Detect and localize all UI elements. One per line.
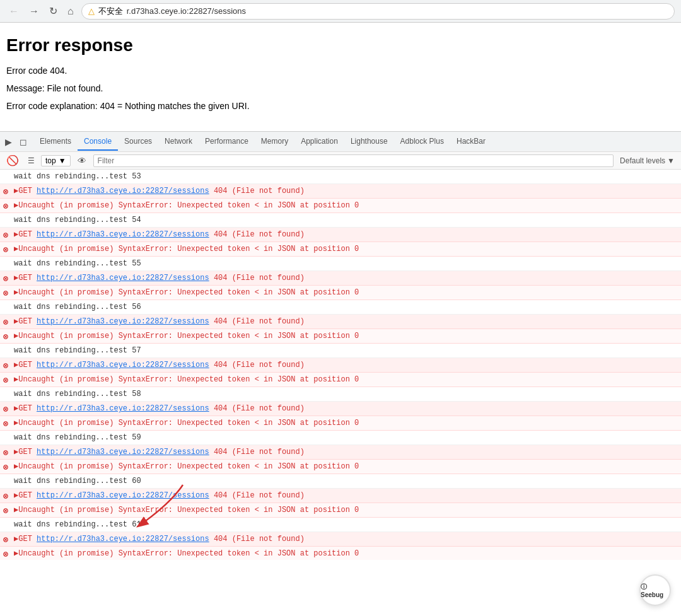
devtools-panel: ▶ ◻ Elements Console Sources Network Per…: [0, 131, 681, 560]
error-uncaught-text: ▶Uncaught (in promise) SyntaxError: Unex…: [14, 201, 359, 210]
console-line: wait dns rebinding...test 53: [0, 170, 681, 184]
console-line: ⊗▶GET http://r.d73ha3.ceye.io:22827/sess…: [0, 271, 681, 286]
tab-network[interactable]: Network: [158, 133, 199, 151]
error-uncaught-text: ▶Uncaught (in promise) SyntaxError: Unex…: [14, 506, 359, 514]
error-get-link[interactable]: http://r.d73ha3.ceye.io:22827/sessions: [37, 535, 209, 543]
error-icon: ⊗: [3, 273, 8, 286]
error-get-link[interactable]: http://r.d73ha3.ceye.io:22827/sessions: [37, 448, 209, 456]
console-line: ⊗▶GET http://r.d73ha3.ceye.io:22827/sess…: [0, 402, 681, 416]
error-uncaught-text: ▶Uncaught (in promise) SyntaxError: Unex…: [14, 332, 359, 340]
error-get-link[interactable]: http://r.d73ha3.ceye.io:22827/sessions: [37, 230, 209, 239]
error-get-link[interactable]: http://r.d73ha3.ceye.io:22827/sessions: [37, 317, 209, 326]
inspect-element-button[interactable]: ▶: [3, 136, 15, 148]
console-line: wait dns rebinding...test 57: [0, 344, 681, 358]
error-icon: ⊗: [3, 288, 8, 300]
console-output: wait dns rebinding...test 53⊗▶GET http:/…: [0, 170, 681, 560]
back-button[interactable]: ←: [6, 4, 21, 18]
error-line-2: Message: File not found.: [6, 83, 675, 93]
console-line: wait dns rebinding...test 61: [0, 518, 681, 532]
error-line-1: Error code 404.: [6, 66, 675, 76]
console-line: ⊗▶Uncaught (in promise) SyntaxError: Une…: [0, 460, 681, 474]
console-line: wait dns rebinding...test 54: [0, 213, 681, 228]
tab-elements[interactable]: Elements: [33, 133, 78, 151]
error-icon: ⊗: [3, 317, 8, 329]
tab-console[interactable]: Console: [78, 133, 118, 151]
error-icon: ⊗: [3, 244, 8, 257]
error-icon: ⊗: [3, 462, 8, 474]
forward-button[interactable]: →: [26, 4, 42, 18]
error-get-suffix: 404 (File not found): [209, 274, 305, 282]
error-get-prefix: ▶GET: [14, 535, 37, 543]
console-toolbar: 🚫 ☰ top ▼ 👁 Default levels ▼: [0, 152, 681, 170]
tab-performance[interactable]: Performance: [199, 133, 255, 151]
error-get-suffix: 404 (File not found): [209, 535, 305, 543]
context-dropdown-icon: ▼: [59, 156, 66, 165]
error-uncaught-text: ▶Uncaught (in promise) SyntaxError: Unex…: [14, 462, 359, 471]
console-line: ⊗▶GET http://r.d73ha3.ceye.io:22827/sess…: [0, 445, 681, 460]
error-get-link[interactable]: http://r.d73ha3.ceye.io:22827/sessions: [37, 361, 209, 369]
error-get-suffix: 404 (File not found): [209, 187, 305, 195]
error-get-prefix: ▶GET: [14, 361, 37, 369]
error-icon: ⊗: [3, 331, 8, 344]
error-get-link[interactable]: http://r.d73ha3.ceye.io:22827/sessions: [37, 404, 209, 413]
default-levels-button[interactable]: Default levels ▼: [617, 155, 677, 166]
home-button[interactable]: ⌂: [65, 4, 76, 18]
error-icon: ⊗: [3, 186, 8, 199]
console-settings-button[interactable]: ☰: [25, 155, 37, 166]
console-line: wait dns rebinding...test 55: [0, 257, 681, 271]
address-bar[interactable]: △ 不安全 r.d73ha3.ceye.io:22827/sessions: [81, 3, 675, 20]
console-line: ⊗▶GET http://r.d73ha3.ceye.io:22827/sess…: [0, 358, 681, 373]
error-get-suffix: 404 (File not found): [209, 491, 305, 500]
error-get-link[interactable]: http://r.d73ha3.ceye.io:22827/sessions: [37, 274, 209, 282]
eye-button[interactable]: 👁: [74, 154, 90, 167]
warning-text: 不安全: [98, 6, 123, 17]
filter-input[interactable]: [93, 154, 614, 167]
error-title: Error response: [6, 35, 675, 55]
default-levels-chevron: ▼: [667, 156, 675, 165]
tab-adblock[interactable]: Adblock Plus: [394, 133, 450, 151]
error-line-3: Error code explanation: 404 = Nothing ma…: [6, 101, 675, 111]
console-line: ⊗▶GET http://r.d73ha3.ceye.io:22827/sess…: [0, 228, 681, 242]
clear-console-button[interactable]: 🚫: [4, 153, 21, 168]
tab-application[interactable]: Application: [294, 133, 344, 151]
console-line: wait dns rebinding...test 58: [0, 387, 681, 402]
console-line: ⊗▶GET http://r.d73ha3.ceye.io:22827/sess…: [0, 532, 681, 547]
security-warning-icon: △: [88, 6, 95, 16]
device-toolbar-button[interactable]: ◻: [17, 136, 30, 148]
error-get-prefix: ▶GET: [14, 404, 37, 413]
error-uncaught-text: ▶Uncaught (in promise) SyntaxError: Unex…: [14, 375, 359, 384]
error-uncaught-text: ▶Uncaught (in promise) SyntaxError: Unex…: [14, 288, 359, 297]
tab-lighthouse[interactable]: Lighthouse: [344, 133, 394, 151]
page-content: Error response Error code 404. Message: …: [0, 23, 681, 131]
browser-chrome: ← → ↻ ⌂ △ 不安全 r.d73ha3.ceye.io:22827/ses…: [0, 0, 681, 23]
error-get-link[interactable]: http://r.d73ha3.ceye.io:22827/sessions: [37, 187, 209, 195]
error-uncaught-text: ▶Uncaught (in promise) SyntaxError: Unex…: [14, 419, 359, 427]
error-get-suffix: 404 (File not found): [209, 230, 305, 239]
console-line: ⊗▶Uncaught (in promise) SyntaxError: Une…: [0, 286, 681, 300]
console-line: ⊗▶Uncaught (in promise) SyntaxError: Une…: [0, 329, 681, 344]
console-line: ⊗▶Uncaught (in promise) SyntaxError: Une…: [0, 199, 681, 213]
devtools-tabs: Elements Console Sources Network Perform…: [33, 133, 678, 151]
tab-sources[interactable]: Sources: [118, 133, 158, 151]
error-uncaught-text: ▶Uncaught (in promise) SyntaxError: Unex…: [14, 245, 359, 253]
console-line: ⊗▶Uncaught (in promise) SyntaxError: Une…: [0, 416, 681, 431]
error-get-suffix: 404 (File not found): [209, 317, 305, 326]
console-line: ⊗▶Uncaught (in promise) SyntaxError: Une…: [0, 503, 681, 518]
error-icon: ⊗: [3, 200, 8, 213]
tab-hackbar[interactable]: HackBar: [450, 133, 492, 151]
console-line: wait dns rebinding...test 59: [0, 431, 681, 445]
tab-memory[interactable]: Memory: [255, 133, 294, 151]
error-body: Error code 404. Message: File not found.…: [6, 66, 675, 111]
error-icon: ⊗: [3, 360, 8, 373]
error-icon: ⊗: [3, 375, 8, 387]
error-get-suffix: 404 (File not found): [209, 361, 305, 369]
error-get-prefix: ▶GET: [14, 187, 37, 195]
error-get-prefix: ▶GET: [14, 274, 37, 282]
error-uncaught-text: ▶Uncaught (in promise) SyntaxError: Unex…: [14, 549, 359, 558]
reload-button[interactable]: ↻: [47, 4, 60, 18]
error-get-link[interactable]: http://r.d73ha3.ceye.io:22827/sessions: [37, 491, 209, 500]
error-icon: ⊗: [3, 505, 8, 518]
context-selector[interactable]: top ▼: [41, 155, 71, 166]
console-line: ⊗▶GET http://r.d73ha3.ceye.io:22827/sess…: [0, 489, 681, 503]
devtools-toolbar: ▶ ◻ Elements Console Sources Network Per…: [0, 132, 681, 152]
